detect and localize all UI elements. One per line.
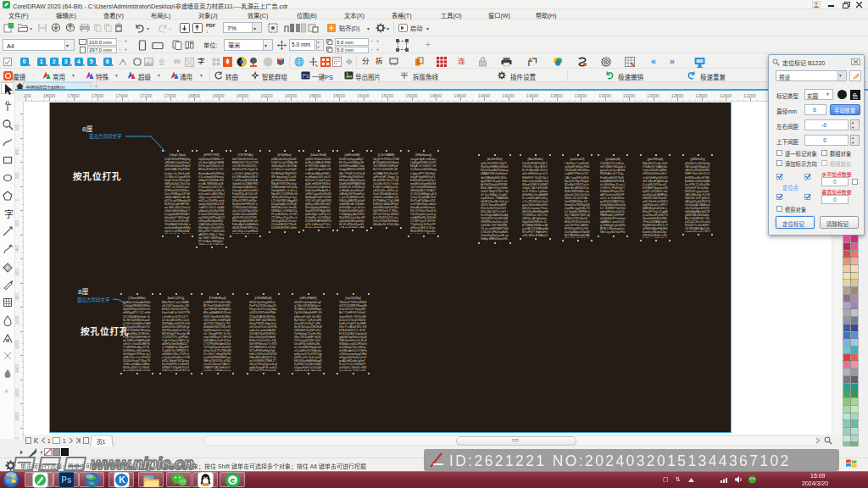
svg-text:Ps: Ps bbox=[303, 73, 309, 79]
svg-text:Ps: Ps bbox=[61, 475, 72, 485]
svg-text:K: K bbox=[119, 474, 125, 485]
svg-text:字: 字 bbox=[4, 208, 14, 219]
